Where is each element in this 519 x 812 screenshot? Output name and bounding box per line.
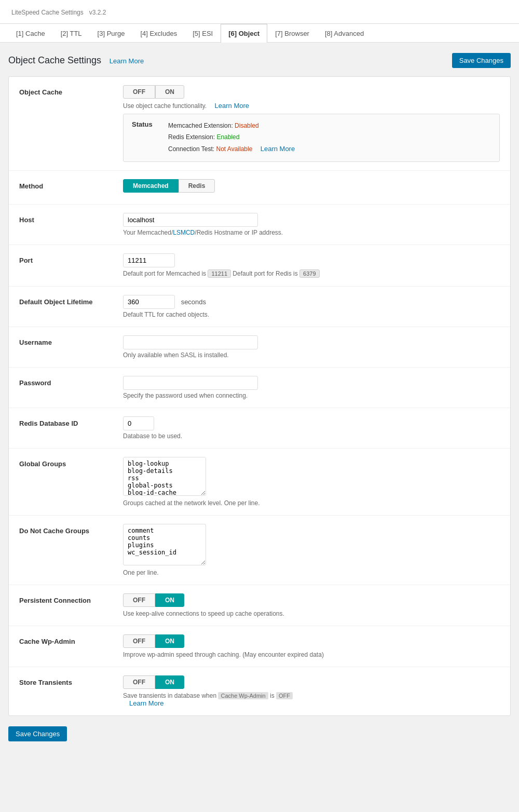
object-cache-help: Use object cache functionality. Learn Mo… (123, 102, 500, 110)
password-input[interactable] (123, 376, 258, 390)
lifetime-input[interactable] (123, 295, 175, 309)
cache-wp-admin-control: OFF ON Improve wp-admin speed through ca… (123, 634, 500, 658)
port-help: Default port for Memcached is 11211 Defa… (123, 269, 500, 278)
nav-tabs: [1] Cache [2] TTL [3] Purge [4] Excludes… (0, 24, 519, 43)
tab-browser[interactable]: [7] Browser (267, 24, 317, 43)
object-cache-off[interactable]: OFF (123, 85, 155, 99)
method-control: Memcached Redis (123, 179, 500, 196)
global-groups-control: blog-lookup blog-details rss global-post… (123, 457, 500, 507)
host-input[interactable] (123, 213, 258, 227)
default-object-lifetime-label: Default Object Lifetime (19, 295, 123, 306)
global-groups-textarea[interactable]: blog-lookup blog-details rss global-post… (123, 457, 206, 496)
tab-purge[interactable]: [3] Purge (90, 24, 133, 43)
object-cache-status-box: Status Memcached Extension: Disabled Red… (123, 114, 500, 162)
status-content: Memcached Extension: Disabled Redis Exte… (168, 120, 295, 155)
status-label: Status (132, 120, 158, 128)
do-not-cache-groups-textarea[interactable]: comment counts plugins wc_session_id (123, 524, 206, 565)
cache-wp-admin-on[interactable]: ON (155, 634, 184, 648)
password-row: Password Specify the password used when … (9, 368, 510, 408)
default-object-lifetime-row: Default Object Lifetime seconds Default … (9, 287, 510, 327)
global-groups-help: Groups cached at the network level. One … (123, 499, 500, 507)
username-row: Username Only available when SASL is ins… (9, 327, 510, 368)
footer-save: Save Changes (8, 726, 511, 752)
save-changes-button-bottom[interactable]: Save Changes (8, 726, 67, 741)
lifetime-input-group: seconds (123, 295, 500, 309)
cache-wp-admin-off[interactable]: OFF (123, 634, 155, 648)
do-not-cache-groups-help: One per line. (123, 569, 500, 576)
store-transients-help: Save transients in database when Cache W… (123, 692, 500, 707)
redis-db-id-label: Redis Database ID (19, 416, 123, 427)
section-title: Object Cache Settings (8, 55, 101, 65)
memcached-ext-status: Memcached Extension: Disabled (168, 120, 295, 132)
cache-wp-admin-label: Cache Wp-Admin (19, 634, 123, 645)
username-help: Only available when SASL is installed. (123, 351, 500, 359)
do-not-cache-groups-label: Do Not Cache Groups (19, 524, 123, 535)
persistent-connection-help: Use keep-alive connections to speed up c… (123, 610, 500, 617)
cache-wp-admin-help: Improve wp-admin speed through caching. … (123, 651, 500, 658)
do-not-cache-groups-row: Do Not Cache Groups comment counts plugi… (9, 516, 510, 585)
conn-test-learn-more[interactable]: Learn More (261, 145, 295, 153)
redis-db-id-help: Database to be used. (123, 432, 500, 440)
conn-test-value: Not Available (216, 145, 253, 153)
persistent-connection-row: Persistent Connection OFF ON Use keep-al… (9, 585, 510, 626)
store-transients-learn-more[interactable]: Learn More (129, 699, 163, 707)
memcached-ext-value: Disabled (235, 122, 259, 129)
store-transients-off[interactable]: OFF (123, 675, 155, 689)
tab-ttl[interactable]: [2] TTL (53, 24, 90, 43)
seconds-label: seconds (181, 298, 206, 306)
redis-db-id-row: Redis Database ID Database to be used. (9, 408, 510, 449)
persistent-connection-off[interactable]: OFF (123, 593, 155, 607)
tab-esi[interactable]: [5] ESI (185, 24, 221, 43)
tab-excludes[interactable]: [4] Excludes (132, 24, 185, 43)
persistent-connection-control: OFF ON Use keep-alive connections to spe… (123, 593, 500, 617)
port-control: Default port for Memcached is 11211 Defa… (123, 253, 500, 278)
object-cache-on[interactable]: ON (155, 85, 184, 99)
tab-advanced[interactable]: [8] Advanced (317, 24, 372, 43)
page-title: LiteSpeed Cache Settings v3.2.2 (8, 6, 106, 17)
redis-db-id-input[interactable] (123, 416, 154, 430)
persistent-connection-on[interactable]: ON (155, 593, 184, 607)
section-learn-more[interactable]: Learn More (110, 57, 144, 65)
host-row: Host Your Memcached/LSMCD/Redis Hostname… (9, 205, 510, 245)
password-control: Specify the password used when connectin… (123, 376, 500, 399)
global-groups-row: Global Groups blog-lookup blog-details r… (9, 449, 510, 516)
cache-wp-admin-row: Cache Wp-Admin OFF ON Improve wp-admin s… (9, 626, 510, 667)
section-title-group: Object Cache Settings Learn More (8, 55, 144, 66)
object-cache-control: OFF ON Use object cache functionality. L… (123, 85, 500, 162)
port-help-middle: Default port for Redis is (233, 270, 297, 277)
username-input[interactable] (123, 335, 258, 349)
method-memcached[interactable]: Memcached (123, 179, 179, 193)
method-redis[interactable]: Redis (179, 179, 215, 193)
redis-ext-value: Enabled (216, 133, 239, 141)
port-label: Port (19, 253, 123, 264)
global-groups-label: Global Groups (19, 457, 123, 468)
store-transients-on[interactable]: ON (155, 675, 184, 689)
store-transients-toggle: OFF ON (123, 675, 500, 689)
cache-wp-admin-toggle: OFF ON (123, 634, 500, 648)
save-changes-button-top[interactable]: Save Changes (452, 53, 511, 68)
username-control: Only available when SASL is installed. (123, 335, 500, 359)
store-transients-control: OFF ON Save transients in database when … (123, 675, 500, 707)
cache-wp-admin-tag: Cache Wp-Admin (218, 692, 268, 699)
password-label: Password (19, 376, 123, 387)
lifetime-help: Default TTL for cached objects. (123, 311, 500, 318)
tab-cache[interactable]: [1] Cache (8, 24, 53, 43)
section-header: Object Cache Settings Learn More Save Ch… (8, 53, 511, 68)
lsmcd-link[interactable]: LSMCD (173, 229, 195, 236)
store-transients-row: Store Transients OFF ON Save transients … (9, 667, 510, 715)
conn-test-status: Connection Test: Not Available Learn Mor… (168, 143, 295, 155)
off-tag: OFF (276, 692, 293, 699)
username-label: Username (19, 335, 123, 346)
host-label: Host (19, 213, 123, 224)
port-input[interactable] (123, 253, 175, 267)
default-object-lifetime-control: seconds Default TTL for cached objects. (123, 295, 500, 318)
app-title: LiteSpeed Cache Settings (11, 9, 84, 16)
object-cache-learn-more[interactable]: Learn More (215, 102, 249, 110)
port-help-prefix: Default port for Memcached is (123, 270, 206, 277)
host-control: Your Memcached/LSMCD/Redis Hostname or I… (123, 213, 500, 236)
redis-default-port: 6379 (299, 269, 319, 278)
conn-test-label: Connection Test: (168, 145, 214, 153)
object-cache-help-text: Use object cache functionality. (123, 102, 207, 110)
method-toggle: Memcached Redis (123, 179, 500, 193)
tab-object[interactable]: [6] Object (221, 24, 267, 43)
